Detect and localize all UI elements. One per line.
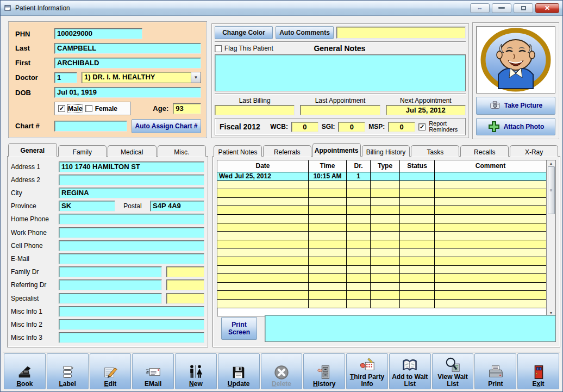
cell-date [217, 274, 309, 282]
comment-field[interactable] [336, 27, 466, 39]
cell-comment [435, 223, 546, 232]
appointment-row[interactable]: Wed Jul 25, 201210:15 AM1 [217, 172, 546, 181]
appointment-row[interactable] [217, 223, 546, 232]
cell-status [400, 198, 435, 206]
dob-field[interactable]: Jul 01, 1919 [54, 87, 201, 98]
cell-time [309, 291, 347, 299]
tab-medical[interactable]: Medical [108, 145, 157, 157]
appointment-row[interactable] [217, 274, 546, 283]
appointment-row[interactable] [217, 198, 546, 207]
referring-dr-code-field[interactable] [166, 279, 204, 290]
referring-dr-field[interactable] [59, 279, 162, 290]
toolbar-button-third-party-info[interactable]: Third Party Info [346, 353, 388, 389]
flag-patient-checkbox[interactable] [215, 45, 222, 52]
resize-button[interactable]: ⇔ [470, 3, 490, 13]
appointment-row[interactable] [217, 257, 546, 266]
toolbar-button-update[interactable]: Update [218, 353, 260, 389]
toolbar-button-edit[interactable]: Edit [90, 353, 132, 389]
take-picture-button[interactable]: Take Picture [476, 97, 555, 115]
minimize-button[interactable] [492, 3, 511, 13]
specialist-code-field[interactable] [166, 293, 204, 304]
cell-dr [347, 223, 371, 232]
tab-tasks[interactable]: Tasks [411, 145, 459, 157]
address-2-field[interactable] [59, 175, 204, 185]
female-checkbox[interactable] [85, 105, 92, 112]
cell-type [371, 300, 400, 308]
city-field[interactable]: REGINA [59, 188, 204, 198]
toolbar-button-book[interactable]: Book [4, 353, 46, 389]
tab-misc[interactable]: Misc. [158, 145, 207, 157]
cell-dr [347, 291, 371, 299]
phn-field[interactable]: 100029000 [54, 28, 142, 39]
cell-date [217, 223, 309, 232]
doctor-dropdown[interactable]: 1) DR. I. M. HEALTHY ▼ [82, 72, 201, 83]
toolbar-button-view-wait-list[interactable]: View Wait List [432, 353, 474, 389]
scrollbar-thumb[interactable]: ≡ [548, 166, 555, 214]
tab-xray[interactable]: X-Ray [510, 145, 558, 157]
tab-billing-history[interactable]: Billing History [362, 145, 410, 157]
first-name-field[interactable]: ARCHIBALD [54, 58, 201, 69]
appointment-row[interactable] [217, 240, 546, 249]
misc-info-1-field[interactable] [59, 306, 204, 317]
toolbar-button-new[interactable]: New [175, 353, 217, 389]
appointment-row[interactable] [217, 232, 546, 240]
tab-referrals[interactable]: Referrals [263, 145, 311, 157]
auto-assign-chart-button[interactable]: Auto Assign Chart # [132, 119, 201, 133]
last-name-field[interactable]: CAMPBELL [54, 43, 201, 54]
work-phone-field[interactable] [59, 227, 204, 238]
report-reminders-checkbox[interactable]: ✓ [418, 123, 426, 130]
toolbar-button-history[interactable]: History [303, 353, 345, 389]
appointment-detail-field[interactable] [265, 315, 556, 342]
appointments-scrollbar[interactable]: ▲ ≡ ▼ [546, 160, 555, 316]
wcb-count-field: 0 [291, 122, 318, 132]
toolbar-button-exit[interactable]: Exit [517, 353, 559, 389]
auto-comments-button[interactable]: Auto Comments [276, 26, 334, 39]
appointments-tab-body: DateTimeDr.TypeStatusCommentWed Jul 25, … [212, 156, 560, 347]
toolbar-button-print[interactable]: Print [474, 353, 516, 389]
home-phone-field[interactable] [59, 214, 204, 225]
tab-patient-notes[interactable]: Patient Notes [214, 145, 262, 157]
appointment-row[interactable] [217, 283, 546, 291]
postal-field[interactable]: S4P 4A9 [150, 201, 204, 211]
appointment-row[interactable] [217, 206, 546, 215]
appointment-row[interactable] [217, 300, 546, 308]
misc-info-2-field[interactable] [59, 319, 204, 330]
appointment-row[interactable] [217, 181, 546, 190]
province-field[interactable]: SK [59, 201, 115, 211]
print-screen-button[interactable]: Print Screen [221, 317, 257, 340]
cell-comment [435, 232, 546, 240]
toolbar-button-label[interactable]: Label [47, 353, 89, 389]
chevron-down-icon[interactable]: ▼ [191, 72, 201, 83]
tab-appointments[interactable]: Appointments [312, 143, 361, 157]
chart-number-field[interactable] [54, 121, 127, 132]
appointment-row[interactable] [217, 266, 546, 275]
appointment-row[interactable] [217, 189, 546, 198]
toolbar-button-email[interactable]: EMail [132, 353, 174, 389]
doctor-number-field[interactable]: 1 [54, 72, 77, 83]
maximize-button[interactable] [514, 3, 533, 13]
appointment-row[interactable] [217, 248, 546, 257]
address-1-field[interactable]: 110 1740 HAMILTON ST [59, 161, 204, 172]
last-appointment-label: Last Appointment [315, 97, 366, 104]
appointment-row[interactable] [217, 215, 546, 223]
family-dr-code-field[interactable] [166, 266, 204, 277]
toolbar-button-add-to-wait-list[interactable]: Add to Wait List [389, 353, 431, 389]
tab-recalls[interactable]: Recalls [460, 145, 509, 157]
appointment-row[interactable] [217, 291, 546, 300]
photo-panel: Take Picture Attach Photo [472, 22, 559, 139]
specialist-field[interactable] [59, 293, 162, 304]
cell-phone-field[interactable] [59, 240, 204, 251]
cell-type [371, 189, 400, 197]
tab-family[interactable]: Family [58, 145, 107, 157]
close-button[interactable]: ✕ [535, 3, 559, 13]
scroll-up-icon[interactable]: ▲ [549, 161, 553, 165]
change-color-button[interactable]: Change Color [215, 26, 273, 39]
family-dr-field[interactable] [59, 266, 162, 277]
male-checkbox[interactable]: ✓ [58, 105, 65, 112]
misc-info-3-field[interactable] [59, 332, 204, 343]
tab-general[interactable]: General [8, 143, 57, 157]
attach-photo-button[interactable]: Attach Photo [476, 118, 555, 136]
e-mail-field[interactable] [59, 253, 204, 264]
general-notes-textarea[interactable] [215, 54, 466, 92]
cell-type [371, 198, 400, 206]
